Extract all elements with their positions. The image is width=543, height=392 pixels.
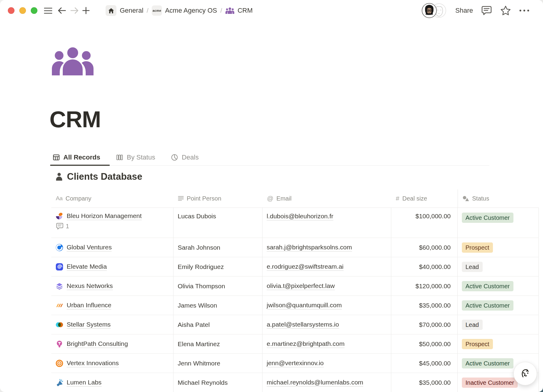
column-header-company[interactable]: Aa Company [51,189,173,207]
sidebar-menu-icon[interactable] [43,0,52,21]
status-cell[interactable]: Active Customer [458,277,539,296]
point-person-cell[interactable]: Lucas Dubois [173,208,262,238]
page-icon-people-group[interactable] [51,47,94,77]
notion-ai-button[interactable] [513,362,537,385]
breadcrumb-label: Acme Agency OS [165,7,217,14]
column-header-point-person[interactable]: Point Person [173,189,262,207]
title-property-icon: Aa [56,195,62,202]
email-link[interactable]: michael.reynolds@lumenlabs.com [267,379,363,387]
company-link[interactable]: Global Ventures [67,244,112,251]
table-row: Bleu Horizon Management 1 Lucas Dubois l… [51,208,539,238]
deal-size-cell[interactable]: $70,000.00 [391,315,458,334]
table-row: Nexus Networks Olivia Thompson olivia.t@… [51,277,539,296]
status-badge: Active Customer [462,358,513,368]
new-tab-icon[interactable] [81,0,91,21]
comment-count[interactable]: 1 [56,223,69,230]
deal-size-cell[interactable]: $120,000.00 [391,277,458,296]
point-person-cell[interactable]: Michael Reynolds [173,373,262,392]
tab-deals[interactable]: Deals [170,150,200,165]
breadcrumb-label: General [120,7,143,14]
collaborator-avatars[interactable] [421,3,447,18]
people-icon [225,7,234,14]
column-header-status[interactable]: Status [458,189,539,207]
status-cell[interactable]: Prospect [458,238,539,257]
home-icon[interactable] [106,5,116,16]
breadcrumb-separator: / [147,7,148,14]
company-link[interactable]: Nexus Networks [67,282,113,290]
point-person-cell[interactable]: James Wilson [173,296,262,315]
forward-icon[interactable] [70,0,79,21]
tab-all-records[interactable]: All Records [51,150,101,165]
share-button[interactable]: Share [455,7,473,14]
status-badge: Inactive Customer [462,378,518,388]
column-header-email[interactable]: @ Email [262,189,391,207]
tab-label: By Status [127,153,155,161]
status-badge: Prospect [462,242,493,253]
column-header-deal-size[interactable]: # Deal size [391,189,458,207]
email-link[interactable]: a.patel@stellarsystems.io [267,321,339,329]
number-property-icon: # [396,195,399,202]
more-options-icon[interactable] [519,10,529,11]
zoom-window-button[interactable] [31,7,37,14]
company-link[interactable]: Lumen Labs [67,379,102,387]
breadcrumb-item-general[interactable]: General [120,7,143,14]
acme-workspace-icon: acme [152,5,162,16]
favorite-star-icon[interactable] [500,5,511,16]
minimize-window-button[interactable] [19,7,26,14]
email-link[interactable]: e.rodriguez@swiftstream.ai [267,263,344,271]
tab-by-status[interactable]: By Status [115,150,156,165]
comments-icon[interactable] [481,6,492,15]
company-link[interactable]: Bleu Horizon Management [67,212,142,220]
status-cell[interactable]: Active Customer [458,296,539,315]
table-row: Urban Influence James Wilson jwilson@qua… [51,296,539,315]
company-link[interactable]: Elevate Media [67,263,107,271]
point-person-cell[interactable]: Sarah Johnson [173,238,262,257]
deal-size-cell[interactable]: $35,000.00 [391,296,458,315]
email-link[interactable]: jwilson@quantumquill.com [267,302,342,309]
topbar: General / acme Acme Agency OS / CRM [0,0,543,21]
back-icon[interactable] [57,0,66,21]
status-cell[interactable]: Lead [458,315,539,334]
deal-size-cell[interactable]: $45,000.00 [391,354,458,373]
deal-size-cell[interactable]: $60,000.00 [391,238,458,257]
comment-count-value: 1 [66,223,69,230]
breadcrumb-item-acme-agency-os[interactable]: acme Acme Agency OS [152,5,217,16]
point-person-cell[interactable]: Olivia Thompson [173,277,262,296]
table-row: BrightPath Consulting Elena Martinez e.m… [51,334,539,354]
status-cell[interactable]: Lead [458,257,539,276]
tab-label: All Records [63,153,100,161]
email-link[interactable]: e.martinez@brightpath.com [267,340,345,348]
breadcrumb-item-crm[interactable]: CRM [225,7,252,14]
email-link[interactable]: sarah.j@brightsparksolns.com [267,244,352,251]
company-logo-urban-influence [56,302,63,309]
company-link[interactable]: Stellar Systems [67,321,111,329]
company-link[interactable]: BrightPath Consulting [67,340,128,348]
status-cell[interactable]: Prospect [458,334,539,353]
pie-chart-icon [171,154,178,161]
company-logo-stellar-systems [56,321,63,329]
company-link[interactable]: Vertex Innovations [67,359,119,367]
ai-face-icon [518,367,532,381]
status-cell[interactable]: Active Customer [458,208,539,238]
email-link[interactable]: jenn@vertexinnov.io [267,359,324,367]
point-person-cell[interactable]: Emily Rodriguez [173,257,262,276]
status-badge: Prospect [462,339,493,349]
company-logo-elevate-media [56,263,63,271]
point-person-cell[interactable]: Jenn Whitmore [173,354,262,373]
status-badge: Active Customer [462,281,513,291]
deal-size-cell[interactable]: $35,000.00 [391,373,458,392]
deal-size-cell[interactable]: $100,000.00 [391,208,458,238]
table-row: Vertex Innovations Jenn Whitmore jenn@ve… [51,354,539,373]
deal-size-cell[interactable]: $40,000.00 [391,257,458,276]
company-logo-bleu-horizon [56,212,63,220]
company-link[interactable]: Urban Influence [67,302,111,309]
email-link[interactable]: l.dubois@bleuhorizon.fr [267,213,333,220]
deal-size-cell[interactable]: $50,000.00 [391,334,458,353]
email-link[interactable]: olivia.t@pixelperfect.law [267,282,335,290]
close-window-button[interactable] [8,7,14,14]
company-logo-nexus-networks [56,282,63,290]
column-label: Company [65,195,91,202]
status-badge: Lead [462,320,483,330]
point-person-cell[interactable]: Elena Martinez [173,334,262,353]
point-person-cell[interactable]: Aisha Patel [173,315,262,334]
